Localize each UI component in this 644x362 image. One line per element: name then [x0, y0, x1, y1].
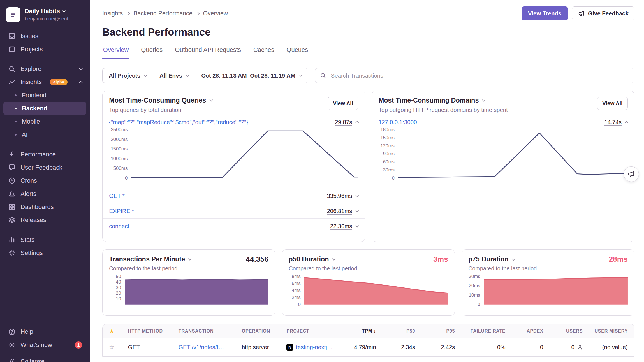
- y-axis: 180ms 150ms 120ms 90ms 60ms 30ms 0: [379, 130, 398, 178]
- project-link[interactable]: testing-nextj…: [296, 344, 333, 351]
- sidebar-item-label: Mobile: [22, 118, 40, 125]
- sidebar-item-mobile[interactable]: Mobile: [3, 115, 86, 128]
- chevron-up-icon[interactable]: [625, 121, 628, 124]
- tab-queues[interactable]: Queues: [286, 46, 309, 59]
- chevron-down-icon[interactable]: [355, 193, 359, 197]
- page-title: Backend Performance: [102, 26, 634, 38]
- y-axis-tick: 2500ms: [111, 127, 128, 133]
- user-misery-cell: (no value): [583, 344, 628, 351]
- chevron-down-icon[interactable]: [355, 224, 359, 227]
- sidebar-item-issues[interactable]: Issues: [0, 30, 90, 43]
- failure-rate-cell: 0%: [455, 344, 505, 351]
- breadcrumb-item-overview[interactable]: Overview: [203, 10, 228, 17]
- siren-icon: [8, 190, 15, 197]
- breadcrumb-item-insights[interactable]: Insights: [102, 10, 123, 17]
- bullet-icon: [15, 121, 17, 122]
- metric-value: 28ms: [609, 255, 627, 264]
- chevron-down-icon: [332, 257, 335, 260]
- column-header-users[interactable]: USERS: [543, 328, 583, 334]
- domain-link[interactable]: 127.0.0.1:3000: [379, 119, 417, 126]
- users-cell: 0: [543, 344, 583, 351]
- sidebar-item-projects[interactable]: Projects: [0, 43, 90, 56]
- column-header-http-method[interactable]: HTTP METHOD: [128, 328, 179, 334]
- column-header-p50[interactable]: P50: [376, 328, 415, 334]
- domains-panel-title[interactable]: Most Time-Consuming Domains: [379, 97, 508, 104]
- sidebar-item-performance[interactable]: Performance: [0, 148, 90, 161]
- column-header-failure-rate[interactable]: FAILURE RATE: [455, 328, 505, 334]
- column-header-project[interactable]: PROJECT: [286, 328, 335, 334]
- sidebar-item-crons[interactable]: Crons: [0, 174, 90, 187]
- view-all-domains-button[interactable]: View All: [597, 97, 628, 110]
- sidebar: Daily Habits benjamin.coe@sent… Issues P…: [0, 0, 90, 362]
- chevron-down-icon[interactable]: [355, 208, 359, 212]
- layers-icon: [8, 216, 15, 224]
- tab-caches[interactable]: Caches: [252, 46, 275, 59]
- metric-title[interactable]: Transactions Per Minute: [109, 256, 191, 263]
- sidebar-item-dashboards[interactable]: Dashboards: [0, 200, 90, 214]
- metrics-row: Transactions Per Minute 44.356 Compared …: [102, 249, 634, 316]
- sidebar-item-stats[interactable]: Stats: [0, 233, 90, 246]
- sidebar-item-settings[interactable]: Settings: [0, 246, 90, 259]
- p50-cell: 2.34s: [376, 344, 415, 351]
- view-trends-button[interactable]: View Trends: [522, 6, 568, 20]
- date-range-filter[interactable]: Oct 28, 11:13 AM–Oct 28, 11:19 AM: [195, 68, 308, 83]
- view-all-queries-button[interactable]: View All: [328, 97, 358, 110]
- transaction-link[interactable]: GET /v1/notes/t…: [179, 344, 224, 350]
- table-row: ☆ GET GET /v1/notes/t… http.server N tes…: [103, 338, 634, 356]
- org-switcher[interactable]: Daily Habits benjamin.coe@sent…: [0, 6, 90, 24]
- column-header-transaction[interactable]: TRANSACTION: [179, 328, 242, 334]
- sidebar-item-frontend[interactable]: Frontend: [3, 89, 86, 102]
- search-input[interactable]: [330, 72, 629, 79]
- y-axis-tick: 40: [116, 279, 121, 285]
- feedback-widget-button[interactable]: [624, 166, 639, 182]
- project-filter[interactable]: All Projects: [103, 68, 153, 83]
- chevron-right-icon: [196, 12, 199, 15]
- column-header-favorite[interactable]: ★: [109, 328, 128, 335]
- collapse-icon: [8, 358, 15, 362]
- environment-filter[interactable]: All Envs: [153, 68, 195, 83]
- sidebar-item-releases[interactable]: Releases: [0, 214, 90, 227]
- query-link[interactable]: connect: [109, 223, 129, 229]
- chevron-up-icon[interactable]: [355, 121, 359, 124]
- most-time-consuming-queries-panel: Most Time-Consuming Queries Top queries …: [102, 91, 365, 242]
- nextjs-project-icon: N: [286, 344, 293, 351]
- favorite-star-icon[interactable]: ☆: [109, 344, 115, 351]
- give-feedback-button[interactable]: Give Feedback: [572, 6, 634, 20]
- sidebar-item-user-feedback[interactable]: User Feedback: [0, 161, 90, 174]
- sidebar-item-alerts[interactable]: Alerts: [0, 187, 90, 200]
- query-link[interactable]: EXPIRE *: [109, 208, 134, 214]
- column-header-apdex[interactable]: APDEX: [506, 328, 543, 334]
- query-link[interactable]: GET *: [109, 192, 124, 199]
- sidebar-collapse-button[interactable]: Collapse: [0, 354, 90, 362]
- sidebar-item-label: Explore: [20, 65, 41, 73]
- search-icon: [320, 73, 326, 79]
- y-axis-tick: 60ms: [383, 159, 395, 165]
- breadcrumb-item-backend-performance[interactable]: Backend Performance: [133, 10, 192, 17]
- y-axis-tick: 30: [116, 285, 121, 291]
- sidebar-item-insights[interactable]: Insights alpha: [0, 76, 90, 89]
- sidebar-item-help[interactable]: Help: [0, 325, 90, 338]
- queries-panel-title[interactable]: Most Time-Consuming Queries: [109, 97, 212, 104]
- column-header-operation[interactable]: OPERATION: [242, 328, 287, 334]
- sidebar-item-backend[interactable]: Backend: [3, 102, 86, 115]
- sidebar-item-ai[interactable]: AI: [3, 128, 86, 141]
- tab-queries[interactable]: Queries: [140, 46, 163, 59]
- sidebar-item-explore[interactable]: Explore: [0, 62, 90, 76]
- query-link[interactable]: {"map":"?","mapReduce":"$cmd","out":"?",…: [109, 119, 248, 126]
- column-header-p95[interactable]: P95: [415, 328, 455, 334]
- metric-title[interactable]: p50 Duration: [289, 256, 335, 263]
- sidebar-item-whats-new[interactable]: What's new 1: [0, 338, 90, 352]
- column-header-tpm[interactable]: TPM↓: [335, 328, 376, 334]
- alpha-badge: alpha: [50, 79, 68, 85]
- p75-duration-card: p75 Duration 28ms Compared to the last p…: [462, 249, 635, 316]
- y-axis-tick: 20: [116, 291, 121, 296]
- y-axis-tick: 8ms: [292, 274, 301, 279]
- column-header-user-misery[interactable]: USER MISERY: [583, 328, 628, 334]
- search-bar[interactable]: [315, 68, 634, 83]
- tab-overview[interactable]: Overview: [102, 46, 129, 59]
- metric-subtitle: Compared to the last period: [289, 265, 448, 272]
- bar-chart-icon: [8, 236, 15, 243]
- metric-title[interactable]: p75 Duration: [468, 256, 515, 263]
- tpm-cell: 4.79/min: [335, 344, 376, 351]
- tab-outbound-api-requests[interactable]: Outbound API Requests: [174, 46, 242, 59]
